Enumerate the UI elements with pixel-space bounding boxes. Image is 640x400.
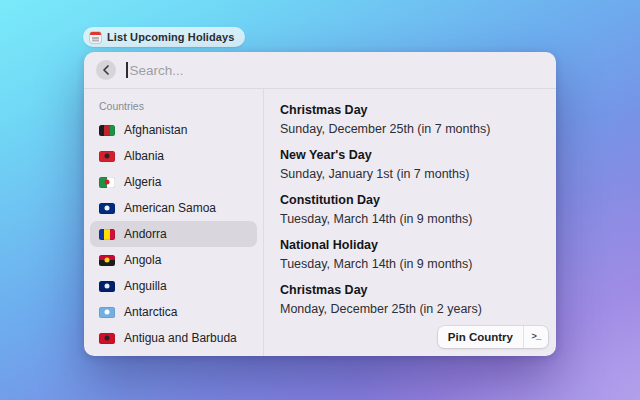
- terminal-shortcut-icon: >_: [523, 326, 548, 348]
- country-name-label: American Samoa: [124, 201, 216, 215]
- holiday-item: Christmas DayMonday, December 25th (in 2…: [280, 281, 540, 319]
- flag-emblem: [105, 154, 110, 159]
- country-flag-icon: [99, 125, 115, 136]
- country-row-american-samoa[interactable]: American Samoa: [90, 195, 257, 221]
- calendar-icon: [90, 32, 101, 43]
- flag-emblem: [105, 310, 110, 315]
- flag-emblem: [105, 180, 110, 185]
- holiday-title: Constitution Day: [280, 191, 540, 210]
- holiday-detail-panel: Christmas DaySunday, December 25th (in 7…: [264, 89, 556, 356]
- text-cursor: [126, 62, 128, 78]
- search-bar: Search...: [84, 52, 556, 89]
- holiday-title: National Holiday: [280, 236, 540, 255]
- holiday-date: Sunday, December 25th (in 7 months): [280, 120, 540, 139]
- holiday-title: Christmas Day: [280, 281, 540, 300]
- country-row-albania[interactable]: Albania: [90, 143, 257, 169]
- holiday-item: New Year's DaySunday, January 1st (in 7 …: [280, 146, 540, 184]
- country-row-angola[interactable]: Angola: [90, 247, 257, 273]
- country-flag-icon: [99, 333, 115, 344]
- flag-emblem: [105, 206, 110, 211]
- holiday-item: Constitution DayTuesday, March 14th (in …: [280, 191, 540, 229]
- window-body: Countries AfghanistanAlbaniaAlgeriaAmeri…: [84, 89, 556, 356]
- pin-country-button[interactable]: Pin Country >_: [438, 326, 548, 348]
- country-row-antarctica[interactable]: Antarctica: [90, 299, 257, 325]
- holiday-date: Sunday, January 1st (in 7 months): [280, 165, 540, 184]
- country-name-label: Antarctica: [124, 305, 177, 319]
- countries-section-label: Countries: [90, 93, 257, 117]
- country-flag-icon: [99, 281, 115, 292]
- chevron-left-icon: [102, 65, 110, 75]
- holiday-title: New Year's Day: [280, 146, 540, 165]
- holiday-item: National HolidayTuesday, March 14th (in …: [280, 236, 540, 274]
- flag-emblem: [105, 336, 110, 341]
- country-name-label: Afghanistan: [124, 123, 187, 137]
- flag-emblem: [105, 284, 110, 289]
- search-input[interactable]: Search...: [126, 62, 544, 78]
- country-flag-icon: [99, 307, 115, 318]
- country-name-label: Andorra: [124, 227, 167, 241]
- country-flag-icon: [99, 229, 115, 240]
- search-placeholder: Search...: [130, 63, 184, 78]
- pin-country-label: Pin Country: [438, 326, 523, 348]
- country-row-argentina[interactable]: Argentina: [90, 351, 257, 356]
- country-flag-icon: [99, 177, 115, 188]
- holiday-title: Christmas Day: [280, 101, 540, 120]
- country-name-label: Angola: [124, 253, 161, 267]
- raycast-window: Search... Countries AfghanistanAlbaniaAl…: [84, 52, 556, 356]
- country-name-label: Anguilla: [124, 279, 167, 293]
- country-flag-icon: [99, 203, 115, 214]
- country-list-panel: Countries AfghanistanAlbaniaAlgeriaAmeri…: [84, 89, 264, 356]
- desktop-background: { "app": { "pill_label": "List Upcoming …: [0, 0, 640, 400]
- flag-emblem: [105, 258, 110, 263]
- country-list: AfghanistanAlbaniaAlgeriaAmerican SamoaA…: [90, 117, 257, 356]
- holiday-item: Christmas DaySunday, December 25th (in 7…: [280, 101, 540, 139]
- country-row-anguilla[interactable]: Anguilla: [90, 273, 257, 299]
- holiday-date: Monday, December 25th (in 2 years): [280, 300, 540, 319]
- holiday-date: Tuesday, March 14th (in 9 months): [280, 255, 540, 274]
- command-pill-label: List Upcoming Holidays: [107, 31, 235, 43]
- country-row-andorra[interactable]: Andorra: [90, 221, 257, 247]
- holiday-list: Christmas DaySunday, December 25th (in 7…: [280, 101, 540, 319]
- country-name-label: Albania: [124, 149, 164, 163]
- holiday-date: Tuesday, March 14th (in 9 months): [280, 210, 540, 229]
- country-flag-icon: [99, 255, 115, 266]
- country-flag-icon: [99, 151, 115, 162]
- country-name-label: Algeria: [124, 175, 161, 189]
- country-row-afghanistan[interactable]: Afghanistan: [90, 117, 257, 143]
- back-button[interactable]: [96, 60, 116, 80]
- country-row-algeria[interactable]: Algeria: [90, 169, 257, 195]
- command-pill: List Upcoming Holidays: [83, 27, 245, 47]
- country-name-label: Antigua and Barbuda: [124, 331, 237, 345]
- country-row-antigua-and-barbuda[interactable]: Antigua and Barbuda: [90, 325, 257, 351]
